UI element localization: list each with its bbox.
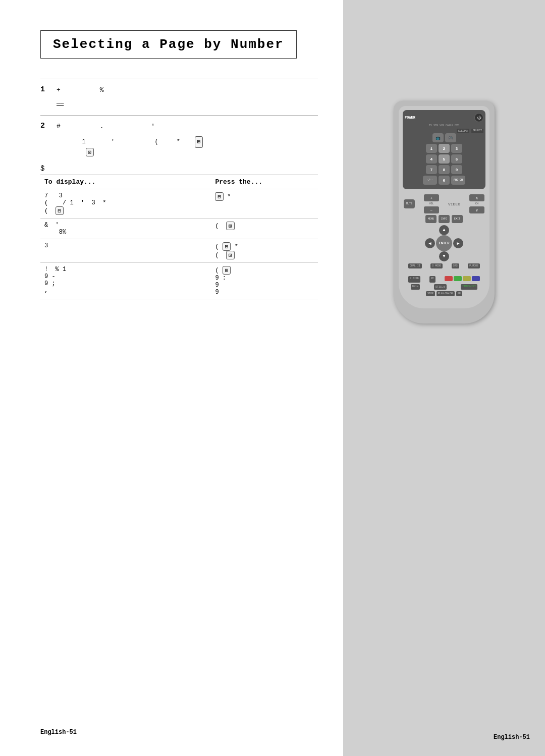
power-icon: ⏻ (477, 116, 481, 120)
select-button[interactable]: SELECT (471, 129, 483, 133)
still-btn[interactable]: STILL① (434, 284, 447, 290)
remote-icon-btn[interactable]: 🎮 (445, 133, 456, 142)
display-cell-1: 7 3 ( / 1 ' 3 * ( ⊟ (40, 189, 211, 219)
btn-9[interactable]: 9 (451, 165, 462, 174)
icon-btn-row: 📺 🎮 (405, 133, 483, 142)
source-row: TV STB VCR CABLE DVD (405, 124, 483, 127)
remote-top-section: POWER ⏻ TV STB VCR CABLE DVD SLEEP① SELE… (403, 110, 485, 189)
power-button[interactable]: ⏻ (474, 113, 483, 122)
sleep-select-row: SLEEP① SELECT (405, 129, 483, 133)
btn-0[interactable]: 0 (439, 176, 450, 185)
sidebar: POWER ⏻ TV STB VCR CABLE DVD SLEEP① SELE… (343, 0, 545, 756)
btn-green[interactable] (454, 276, 462, 281)
step-1-section: 1 + % —— (40, 79, 318, 107)
page-title: Selecting a Page by Number (53, 37, 284, 52)
table-row: 3 ( ⊟ * ( ⊡ (40, 239, 318, 263)
btn-5[interactable]: 5 (439, 154, 450, 164)
arrow-mid-row: ◀ ENTER ▶ (425, 235, 463, 251)
ch-label: CH (475, 202, 478, 205)
step-2-row: 2 # . ' (40, 122, 318, 132)
arrow-right[interactable]: ▶ (453, 238, 463, 248)
table-row: & ' 8% ( ⊠ (40, 219, 318, 239)
color-btns (445, 276, 480, 281)
display-cell-2: & ' 8% (40, 219, 211, 239)
btn-2[interactable]: 2 (439, 144, 450, 153)
num-row-1: 1 2 3 (405, 144, 483, 153)
dnle-btn[interactable]: DNle (411, 284, 420, 290)
bottom-row-1: P.SIZE PC (404, 276, 484, 283)
press-cell-2: ( ⊠ (211, 219, 318, 239)
playback-row: STOP PLAY/PAUSE FF (404, 291, 484, 296)
btn-7[interactable]: 7 (426, 165, 437, 174)
page-number: English-51 (40, 729, 77, 736)
btn-blue[interactable] (472, 276, 480, 281)
step-1-text: + % (57, 85, 104, 96)
num-row-2: 4 5 6 (405, 154, 483, 164)
press-cell-3: ( ⊟ * ( ⊡ (211, 239, 318, 263)
btn-4[interactable]: 4 (426, 154, 437, 164)
icon-press-1: ⊟ (215, 192, 224, 201)
display-cell-3: 3 (40, 239, 211, 263)
vol-up[interactable]: + (424, 194, 439, 201)
sidebar-page-number: English-51 (494, 734, 530, 741)
ch-down[interactable]: ∨ (469, 206, 484, 213)
pc-btn[interactable]: PC (429, 276, 435, 283)
step-1-subtext: —— (57, 100, 318, 107)
col-press-header: Press the... (211, 175, 318, 189)
arrow-down[interactable]: ▼ (439, 251, 449, 261)
remote-inner: POWER ⏻ TV STB VCR CABLE DVD SLEEP① SELE… (399, 106, 489, 308)
sleep-button[interactable]: SLEEP① (457, 129, 469, 133)
info-btn[interactable]: INFO (439, 215, 450, 223)
btn-3[interactable]: 3 (451, 144, 462, 153)
smode-btn[interactable]: S MODE (430, 263, 443, 268)
dollar-sign: $ (40, 165, 318, 173)
stop-btn[interactable]: STOP (426, 291, 435, 296)
vol-down[interactable]: − (424, 206, 439, 213)
btn-dash[interactable]: -/-- (423, 176, 437, 185)
arrow-down-row: ▼ (439, 251, 449, 261)
src-cable: CABLE (446, 124, 453, 127)
psize-btn[interactable]: P.SIZE (408, 276, 420, 283)
display-cell-4: ! % 1 9 - 9 ; , (40, 263, 211, 299)
src-vcr: VCR (440, 124, 444, 127)
btn-8[interactable]: 8 (439, 165, 450, 174)
icon-press-4a: ⊞ (223, 266, 231, 275)
playpause-btn[interactable]: PLAY/PAUSE (437, 291, 455, 296)
mute-button[interactable]: MUTE (404, 199, 415, 208)
btn-yellow[interactable] (463, 276, 471, 281)
arrow-up[interactable]: ▲ (439, 225, 449, 235)
remote-control: POWER ⏻ TV STB VCR CABLE DVD SLEEP① SELE… (394, 101, 495, 323)
mute-label: MUTE (406, 202, 412, 205)
channel-col: ∧ CH ∨ (469, 194, 484, 213)
timeshift-btn[interactable]: TIMESHIFT (461, 284, 477, 290)
remote-bottom-section: P.SIZE PC DNle STILL① TIMESHIFT STOP (403, 274, 485, 298)
pmode-btn[interactable]: P.MODE (468, 263, 480, 268)
exit-btn[interactable]: EXIT (452, 215, 463, 223)
volume-col: + VOL − (424, 194, 439, 213)
display-table: To display... Press the... 7 3 ( / 1 ' 3… (40, 175, 318, 299)
vol-label: VOL (429, 202, 433, 205)
arrow-pad: ▲ ◀ ENTER ▶ ▼ (404, 225, 484, 261)
btn-prech[interactable]: PRE-CH (451, 176, 465, 185)
power-label: POWER (405, 116, 415, 120)
ff-btn[interactable]: FF (456, 291, 462, 296)
step-2-detail: 1 ' ( * ⊞ (57, 136, 318, 148)
step-2-text: # . ' (57, 122, 155, 132)
num-row-4: -/-- 0 PRE-CH (405, 176, 483, 185)
mute-vol-row: MUTE + VOL − VIDEO ∧ CH ∨ (404, 194, 484, 213)
table-row: ! % 1 9 - 9 ; , ( ⊞ 9 : 9 9 (40, 263, 318, 299)
menu-btn[interactable]: MENU (425, 215, 437, 223)
src-tv: TV (429, 124, 432, 127)
srs-btn[interactable]: SRS (452, 263, 459, 268)
ch-up[interactable]: ∧ (469, 194, 484, 201)
btn-6[interactable]: 6 (451, 154, 462, 164)
dual-btn[interactable]: DUAL II (408, 263, 422, 268)
btn-1[interactable]: 1 (426, 144, 437, 153)
info-row: MENU INFO EXIT (404, 215, 484, 223)
step-2-section: 2 # . ' 1 ' ( * ⊞ ⊡ (40, 115, 318, 157)
arrow-up-row: ▲ (439, 225, 449, 235)
btn-red[interactable] (445, 276, 453, 281)
enter-button[interactable]: ENTER (436, 235, 452, 251)
tv-icon-btn[interactable]: 📺 (432, 133, 444, 142)
arrow-left[interactable]: ◀ (425, 238, 435, 248)
